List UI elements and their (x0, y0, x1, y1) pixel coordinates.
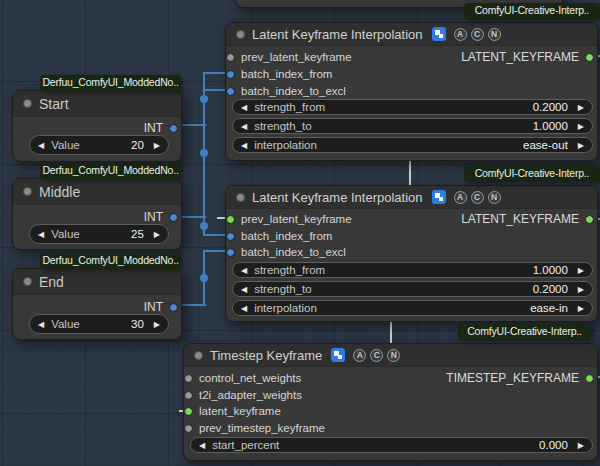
widget-label: strength_to (254, 120, 312, 132)
decrement-arrow[interactable]: ◀ (38, 320, 44, 329)
increment-arrow[interactable]: ▶ (578, 441, 584, 450)
interpolation-widget[interactable]: ◀ interpolation ease-out ▶ (232, 137, 593, 153)
input-dot[interactable] (184, 424, 193, 433)
decrement-arrow[interactable]: ◀ (241, 266, 247, 275)
input-slot-batch-index-to-excl[interactable]: batch_index_to_excl (226, 84, 346, 98)
input-slot-batch-index-from[interactable]: batch_index_from (226, 229, 332, 243)
collapse-dot[interactable] (194, 351, 203, 360)
widget-value[interactable]: 0.2000 (533, 283, 568, 295)
increment-arrow[interactable]: ▶ (578, 141, 584, 150)
input-slot-prev-latent-keyframe[interactable]: prev_latent_keyframe (226, 50, 352, 64)
output-dot[interactable] (169, 213, 178, 222)
decrement-arrow[interactable]: ◀ (241, 304, 247, 313)
output-slot-timestep-keyframe[interactable]: TIMESTEP_KEYFRAME (446, 371, 594, 385)
input-slot-t2i-adapter-weights[interactable]: t2i_adapter_weights (184, 388, 302, 402)
input-slot-control-net-weights[interactable]: control_net_weights (184, 371, 301, 385)
translate-icon (432, 190, 446, 204)
input-slot-latent-keyframe[interactable]: latent_keyframe (184, 404, 281, 418)
widget-value[interactable]: 1.0000 (533, 264, 568, 276)
input-slot-batch-index-to-excl[interactable]: batch_index_to_excl (226, 245, 346, 259)
widget-value[interactable]: 1.0000 (533, 120, 568, 132)
node-timestep-keyframe[interactable]: Timestep Keyframe A C N control_net_weig… (183, 343, 598, 461)
decrement-arrow[interactable]: ◀ (241, 285, 247, 294)
node-title-bar[interactable]: Middle (13, 179, 181, 205)
widget-value[interactable]: ease-out (523, 139, 568, 151)
input-dot[interactable] (226, 87, 235, 96)
interpolation-widget[interactable]: ◀ interpolation ease-in ▶ (232, 300, 593, 316)
node-middle[interactable]: Middle INT ◀ Value 25 ▶ (12, 178, 182, 250)
widget-value[interactable]: ease-in (530, 302, 568, 314)
value-widget[interactable]: ◀ Value 30 ▶ (29, 314, 169, 334)
output-slot-int[interactable]: INT (144, 210, 178, 224)
input-dot[interactable] (226, 215, 235, 224)
widget-value[interactable]: 20 (131, 139, 144, 151)
increment-arrow[interactable]: ▶ (154, 230, 160, 239)
node-graph-canvas[interactable]: ComfyUI-Creative-Interp.. ComfyUI-Creati… (0, 0, 600, 466)
translate-icon (432, 27, 446, 41)
input-dot[interactable] (184, 374, 193, 383)
widget-label: interpolation (254, 302, 317, 314)
increment-arrow[interactable]: ▶ (154, 320, 160, 329)
collapse-dot[interactable] (23, 187, 32, 196)
decrement-arrow[interactable]: ◀ (38, 141, 44, 150)
strength-from-widget[interactable]: ◀ strength_from 0.2000 ▶ (232, 99, 593, 115)
input-dot[interactable] (226, 248, 235, 257)
increment-arrow[interactable]: ▶ (578, 103, 584, 112)
start-percent-widget[interactable]: ◀ start_percent 0.000 ▶ (190, 437, 593, 453)
decrement-arrow[interactable]: ◀ (241, 103, 247, 112)
output-dot[interactable] (585, 53, 594, 62)
decrement-arrow[interactable]: ◀ (38, 230, 44, 239)
node-latent-keyframe-interpolation-2[interactable]: Latent Keyframe Interpolation A C N prev… (225, 185, 598, 322)
output-slot-int[interactable]: INT (144, 300, 178, 314)
node-title: Timestep Keyframe (210, 348, 322, 363)
strength-from-widget[interactable]: ◀ strength_from 1.0000 ▶ (232, 262, 593, 278)
widget-value[interactable]: 0.000 (539, 439, 568, 451)
input-slot-batch-index-from[interactable]: batch_index_from (226, 67, 332, 81)
strength-to-widget[interactable]: ◀ strength_to 1.0000 ▶ (232, 118, 593, 134)
node-title-bar[interactable]: Timestep Keyframe A C N (184, 344, 597, 367)
node-latent-keyframe-interpolation-1[interactable]: Latent Keyframe Interpolation A C N prev… (225, 22, 598, 161)
value-widget[interactable]: ◀ Value 20 ▶ (29, 135, 169, 155)
widget-value[interactable]: 25 (131, 228, 144, 240)
link-midpoint-dot (200, 95, 208, 103)
widget-value[interactable]: 30 (131, 318, 144, 330)
input-dot[interactable] (184, 407, 193, 416)
collapse-dot[interactable] (23, 277, 32, 286)
node-title-bar[interactable]: Latent Keyframe Interpolation A C N (226, 186, 597, 209)
strength-to-widget[interactable]: ◀ strength_to 0.2000 ▶ (232, 281, 593, 297)
node-origin-badge: Derfuu_ComfyUI_ModdedNo.. (40, 163, 181, 179)
increment-arrow[interactable]: ▶ (154, 141, 160, 150)
collapse-dot[interactable] (23, 99, 32, 108)
increment-arrow[interactable]: ▶ (578, 266, 584, 275)
widget-label: Value (51, 318, 80, 330)
increment-arrow[interactable]: ▶ (578, 304, 584, 313)
widget-value[interactable]: 0.2000 (533, 101, 568, 113)
node-title-bar[interactable]: Latent Keyframe Interpolation A C N (226, 23, 597, 46)
input-dot[interactable] (226, 232, 235, 241)
node-start[interactable]: Start INT ◀ Value 20 ▶ (12, 90, 182, 162)
collapse-dot[interactable] (236, 193, 245, 202)
increment-arrow[interactable]: ▶ (578, 122, 584, 131)
output-dot[interactable] (169, 303, 178, 312)
decrement-arrow[interactable]: ◀ (241, 122, 247, 131)
decrement-arrow[interactable]: ◀ (241, 141, 247, 150)
decrement-arrow[interactable]: ◀ (199, 441, 205, 450)
input-slot-prev-latent-keyframe[interactable]: prev_latent_keyframe (226, 212, 352, 226)
input-slot-prev-timestep-keyframe[interactable]: prev_timestep_keyframe (184, 421, 325, 435)
node-title-bar[interactable]: End (13, 269, 181, 295)
output-dot[interactable] (169, 124, 178, 133)
node-end[interactable]: End INT ◀ Value 30 ▶ (12, 268, 182, 340)
input-dot[interactable] (226, 53, 235, 62)
input-dot[interactable] (226, 70, 235, 79)
badge-n-icon: N (488, 191, 501, 204)
output-dot[interactable] (585, 215, 594, 224)
output-slot-latent-keyframe[interactable]: LATENT_KEYFRAME (461, 50, 594, 64)
input-dot[interactable] (184, 391, 193, 400)
node-title-bar[interactable]: Start (13, 91, 181, 117)
value-widget[interactable]: ◀ Value 25 ▶ (29, 224, 169, 244)
output-dot[interactable] (585, 374, 594, 383)
increment-arrow[interactable]: ▶ (578, 285, 584, 294)
collapse-dot[interactable] (236, 30, 245, 39)
output-slot-int[interactable]: INT (144, 121, 178, 135)
output-slot-latent-keyframe[interactable]: LATENT_KEYFRAME (461, 212, 594, 226)
